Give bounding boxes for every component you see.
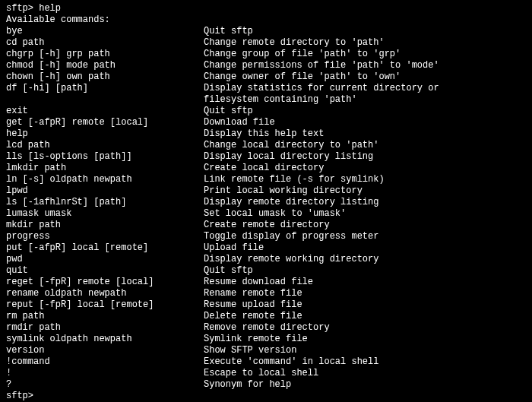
command-syntax: progress — [6, 231, 204, 242]
command-description: Rename remote file — [204, 288, 302, 299]
help-row: chown [-h] own pathChange owner of file … — [6, 71, 526, 83]
command-syntax: exit — [6, 106, 204, 117]
help-row: helpDisplay this help text — [6, 128, 526, 140]
command-description: Change owner of file 'path' to 'own' — [204, 71, 401, 83]
help-row: ls [-1afhlnrSt] [path]Display remote dir… — [6, 197, 526, 208]
prompt-line-1[interactable]: sftp> help — [6, 3, 526, 14]
command-description: Download file — [204, 117, 275, 128]
command-syntax: lls [ls-options [path]] — [6, 151, 204, 163]
command-syntax: ls [-1afhlnrSt] [path] — [6, 197, 204, 208]
command-description: Create remote directory — [204, 220, 330, 231]
help-row: filesystem containing 'path' — [6, 94, 526, 106]
command-syntax — [6, 94, 204, 106]
command-description: Change group of file 'path' to 'grp' — [204, 49, 401, 60]
help-row: reget [-fpR] remote [local]Resume downlo… — [6, 277, 526, 288]
help-row: get [-afpR] remote [local]Download file — [6, 117, 526, 128]
command-syntax: reget [-fpR] remote [local] — [6, 277, 204, 288]
command-syntax: help — [6, 128, 204, 140]
command-syntax: df [-hi] [path] — [6, 83, 204, 94]
command-syntax: put [-afpR] local [remote] — [6, 242, 204, 254]
command-description: Symlink remote file — [204, 334, 308, 345]
command-description: Link remote file (-s for symlink) — [204, 174, 385, 185]
command-description: Display local directory listing — [204, 151, 373, 163]
command-description: Upload file — [204, 242, 264, 254]
command-syntax: chown [-h] own path — [6, 71, 204, 83]
help-row: exitQuit sftp — [6, 106, 526, 117]
command-description: Display remote working directory — [204, 254, 378, 265]
help-row: ?Synonym for help — [6, 379, 526, 391]
help-row: cd pathChange remote directory to 'path' — [6, 37, 526, 49]
header-line: Available commands: — [6, 14, 526, 26]
help-row: lmkdir pathCreate local directory — [6, 163, 526, 174]
help-row: lls [ls-options [path]]Display local dir… — [6, 151, 526, 163]
command-syntax: get [-afpR] remote [local] — [6, 117, 204, 128]
command-syntax: rm path — [6, 311, 204, 322]
command-description: filesystem containing 'path' — [204, 94, 357, 106]
command-description: Change remote directory to 'path' — [204, 37, 385, 49]
help-row: ln [-s] oldpath newpathLink remote file … — [6, 174, 526, 185]
help-row: rename oldpath newpathRename remote file — [6, 288, 526, 299]
command-description: Set local umask to 'umask' — [204, 208, 346, 220]
help-row: df [-hi] [path]Display statistics for cu… — [6, 83, 526, 94]
terminal-output: sftp> help Available commands: byeQuit s… — [6, 3, 526, 402]
help-row: chgrp [-h] grp pathChange group of file … — [6, 49, 526, 60]
help-row: put [-afpR] local [remote]Upload file — [6, 242, 526, 254]
command-description: Quit sftp — [204, 265, 253, 277]
command-syntax: lcd path — [6, 140, 204, 151]
help-row: symlink oldpath newpathSymlink remote fi… — [6, 334, 526, 345]
command-description: Print local working directory — [204, 185, 363, 197]
command-syntax: ! — [6, 368, 204, 379]
command-description: Create local directory — [204, 163, 324, 174]
command-description: Resume upload file — [204, 299, 302, 311]
command-syntax: !command — [6, 356, 204, 368]
command-syntax: ? — [6, 379, 204, 391]
help-row: reput [-fpR] local [remote]Resume upload… — [6, 299, 526, 311]
command-description: Toggle display of progress meter — [204, 231, 378, 242]
command-description: Execute 'command' in local shell — [204, 356, 378, 368]
help-row: chmod [-h] mode pathChange permissions o… — [6, 60, 526, 71]
command-syntax: lumask umask — [6, 208, 204, 220]
help-row: quitQuit sftp — [6, 265, 526, 277]
command-syntax: ln [-s] oldpath newpath — [6, 174, 204, 185]
help-row: lcd pathChange local directory to 'path' — [6, 140, 526, 151]
help-row: pwdDisplay remote working directory — [6, 254, 526, 265]
help-row: mkdir pathCreate remote directory — [6, 220, 526, 231]
command-description: Delete remote file — [204, 311, 302, 322]
command-syntax: pwd — [6, 254, 204, 265]
command-description: Display statistics for current directory… — [204, 83, 439, 94]
help-commands-list: byeQuit sftpcd pathChange remote directo… — [6, 26, 526, 391]
help-row: byeQuit sftp — [6, 26, 526, 37]
command-description: Change permissions of file 'path' to 'mo… — [204, 60, 439, 71]
command-description: Display remote directory listing — [204, 197, 378, 208]
command-description: Synonym for help — [204, 379, 291, 391]
command-syntax: lmkdir path — [6, 163, 204, 174]
command-description: Remove remote directory — [204, 322, 330, 334]
command-syntax: chmod [-h] mode path — [6, 60, 204, 71]
command-syntax: lpwd — [6, 185, 204, 197]
command-description: Display this help text — [204, 128, 324, 140]
help-row: lpwdPrint local working directory — [6, 185, 526, 197]
command-syntax: cd path — [6, 37, 204, 49]
command-syntax: symlink oldpath newpath — [6, 334, 204, 345]
command-description: Change local directory to 'path' — [204, 140, 378, 151]
command-syntax: rename oldpath newpath — [6, 288, 204, 299]
help-row: !commandExecute 'command' in local shell — [6, 356, 526, 368]
command-description: Resume download file — [204, 277, 313, 288]
help-row: !Escape to local shell — [6, 368, 526, 379]
command-syntax: chgrp [-h] grp path — [6, 49, 204, 60]
command-description: Escape to local shell — [204, 368, 318, 379]
command-description: Quit sftp — [204, 26, 253, 37]
command-description: Show SFTP version — [204, 345, 296, 356]
help-row: lumask umaskSet local umask to 'umask' — [6, 208, 526, 220]
prompt-line-2[interactable]: sftp> — [6, 391, 526, 402]
help-row: versionShow SFTP version — [6, 345, 526, 356]
command-syntax: mkdir path — [6, 220, 204, 231]
help-row: rm pathDelete remote file — [6, 311, 526, 322]
command-syntax: quit — [6, 265, 204, 277]
help-row: progressToggle display of progress meter — [6, 231, 526, 242]
command-syntax: reput [-fpR] local [remote] — [6, 299, 204, 311]
command-syntax: bye — [6, 26, 204, 37]
command-description: Quit sftp — [204, 106, 253, 117]
command-syntax: version — [6, 345, 204, 356]
help-row: rmdir pathRemove remote directory — [6, 322, 526, 334]
